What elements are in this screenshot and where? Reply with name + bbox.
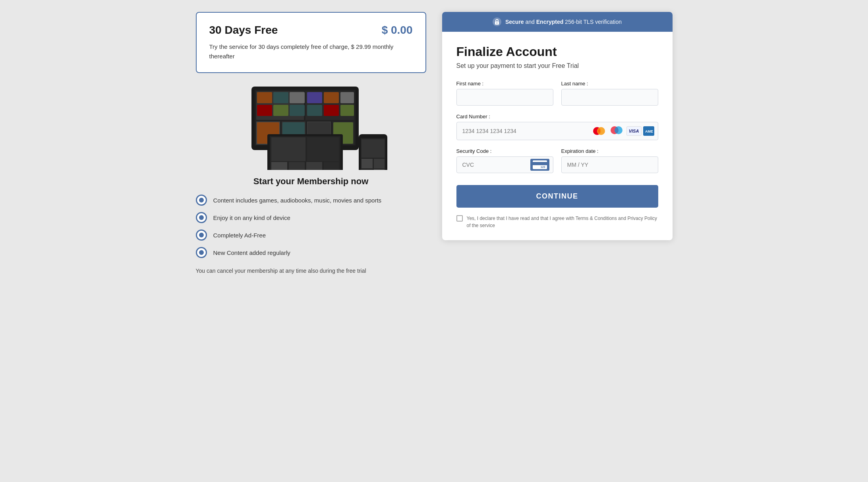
svg-rect-16 <box>340 92 354 103</box>
svg-point-44 <box>497 23 497 23</box>
svg-point-48 <box>615 126 622 134</box>
offer-description: Try the service for 30 days completely f… <box>209 42 413 61</box>
svg-rect-41 <box>374 169 385 170</box>
svg-rect-13 <box>290 105 305 116</box>
feature-item-3: Completely Ad-Free <box>196 229 426 241</box>
radio-icon-1 <box>196 195 207 206</box>
svg-rect-33 <box>324 162 339 170</box>
terms-checkbox[interactable] <box>456 215 463 222</box>
svg-rect-11 <box>257 105 272 116</box>
svg-rect-17 <box>307 105 322 116</box>
left-panel: 30 Days Free $ 0.00 Try the service for … <box>196 12 426 274</box>
svg-rect-9 <box>273 92 288 103</box>
offer-header: 30 Days Free $ 0.00 <box>209 24 413 37</box>
security-code-group: Security Code : 123 <box>456 148 553 173</box>
security-code-wrapper: 123 <box>456 156 553 173</box>
radio-icon-3 <box>196 229 207 241</box>
expiration-date-label: Expiration date : <box>561 148 658 154</box>
feature-text-2: Enjoy it on any kind of device <box>213 214 290 221</box>
svg-text:AMEX: AMEX <box>645 129 653 133</box>
card-number-label: Card Number : <box>456 114 658 120</box>
svg-rect-14 <box>307 92 322 103</box>
first-name-label: First name : <box>456 81 553 87</box>
feature-text-4: New Content added regularly <box>213 249 290 256</box>
svg-rect-10 <box>290 92 305 103</box>
svg-rect-19 <box>340 105 354 116</box>
svg-rect-38 <box>362 159 373 168</box>
svg-rect-37 <box>362 139 385 158</box>
feature-item-4: New Content added regularly <box>196 247 426 258</box>
security-expiration-row: Security Code : 123 Expiration date : <box>456 148 658 173</box>
first-name-input[interactable] <box>456 89 553 106</box>
cvv-number: 123 <box>541 166 545 168</box>
offer-title: 30 Days Free <box>209 24 278 37</box>
cancel-note: You can cancel your membership at any ti… <box>196 268 426 274</box>
devices-svg <box>228 83 394 170</box>
last-name-input[interactable] <box>561 89 658 106</box>
svg-rect-31 <box>289 162 305 170</box>
maestro-icon <box>609 125 624 137</box>
last-name-group: Last name : <box>561 81 658 106</box>
svg-rect-18 <box>324 105 339 116</box>
membership-title: Start your Membership now <box>196 176 426 187</box>
mastercard-icon <box>592 126 607 136</box>
cvv-card-icon: 123 <box>530 159 549 171</box>
first-name-group: First name : <box>456 81 553 106</box>
name-row: First name : Last name : <box>456 81 658 106</box>
radio-icon-4 <box>196 247 207 258</box>
terms-text: Yes, I declare that I have read and that… <box>467 215 658 229</box>
feature-text-1: Content includes games, audiobooks, musi… <box>213 197 382 204</box>
offer-card: 30 Days Free $ 0.00 Try the service for … <box>196 12 426 73</box>
svg-rect-30 <box>271 162 287 170</box>
security-code-label: Security Code : <box>456 148 553 154</box>
card-number-group: Card Number : <box>456 114 658 140</box>
svg-rect-8 <box>257 92 272 103</box>
page-wrapper: 30 Days Free $ 0.00 Try the service for … <box>196 12 673 274</box>
amex-icon: AMEX <box>643 126 654 136</box>
svg-rect-12 <box>273 105 288 116</box>
svg-rect-32 <box>306 162 322 170</box>
right-panel: Secure and Encrypted 256-bit TLS verific… <box>442 12 673 240</box>
svg-rect-40 <box>362 169 373 170</box>
offer-price: $ 0.00 <box>382 24 413 37</box>
svg-rect-39 <box>374 159 385 168</box>
finalize-title: Finalize Account <box>456 44 658 59</box>
lock-icon <box>493 17 501 26</box>
svg-rect-15 <box>324 92 339 103</box>
continue-button[interactable]: CONTINUE <box>456 185 658 208</box>
feature-item-2: Enjoy it on any kind of device <box>196 212 426 223</box>
feature-text-3: Completely Ad-Free <box>213 232 266 239</box>
finalize-subtitle: Set up your payment to start your Free T… <box>456 62 658 69</box>
expiration-date-group: Expiration date : <box>561 148 658 173</box>
form-container: Finalize Account Set up your payment to … <box>442 32 673 240</box>
radio-icon-2 <box>196 212 207 223</box>
visa-icon: VISA <box>626 126 642 136</box>
devices-image <box>196 83 426 170</box>
feature-item-1: Content includes games, audiobooks, musi… <box>196 195 426 206</box>
svg-rect-29 <box>307 137 339 161</box>
last-name-label: Last name : <box>561 81 658 87</box>
features-list: Content includes games, audiobooks, musi… <box>196 195 426 258</box>
cvv-card-inner: 123 <box>533 160 547 169</box>
terms-row: Yes, I declare that I have read and that… <box>456 215 658 229</box>
secure-bar: Secure and Encrypted 256-bit TLS verific… <box>442 12 673 32</box>
svg-rect-28 <box>271 137 305 161</box>
card-icons: VISA AMEX <box>592 125 654 137</box>
secure-bar-text: Secure and Encrypted 256-bit TLS verific… <box>505 19 622 25</box>
card-input-wrapper: VISA AMEX <box>456 122 658 140</box>
cvv-stripe <box>533 162 547 165</box>
expiration-date-input[interactable] <box>561 156 658 173</box>
